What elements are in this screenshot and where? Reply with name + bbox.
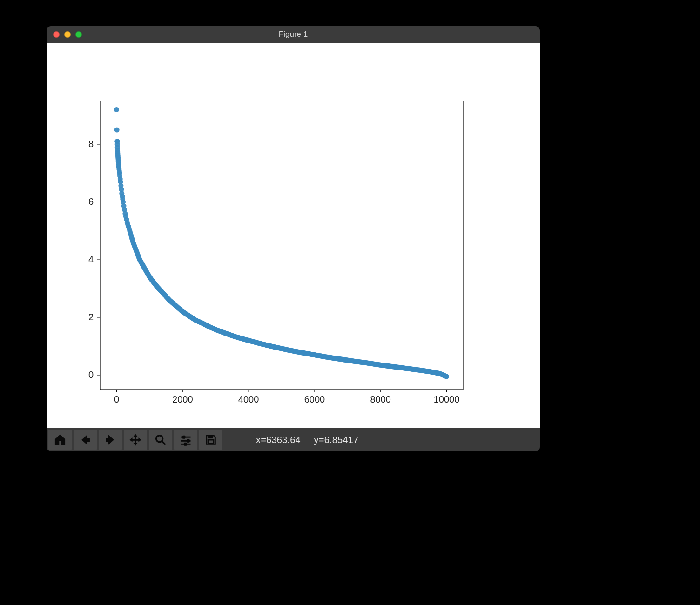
sliders-icon xyxy=(179,433,192,446)
fullscreen-icon[interactable] xyxy=(75,31,82,38)
svg-point-594 xyxy=(156,436,163,442)
svg-rect-597 xyxy=(182,436,185,438)
titlebar: Figure 1 xyxy=(47,26,540,43)
figure-window: Figure 1 020004000600080001000002468 xyxy=(47,26,540,451)
svg-point-24 xyxy=(114,128,120,133)
window-title: Figure 1 xyxy=(47,30,540,39)
cursor-position-readout: x=6363.64 y=6.85417 xyxy=(256,435,358,445)
zoom-button[interactable] xyxy=(149,430,172,450)
svg-text:6: 6 xyxy=(88,196,94,207)
pan-button[interactable] xyxy=(124,430,147,450)
configure-subplots-button[interactable] xyxy=(174,430,197,450)
navigation-toolbar: x=6363.64 y=6.85417 xyxy=(47,428,540,451)
move-icon xyxy=(129,433,142,446)
svg-line-595 xyxy=(162,442,166,445)
svg-text:2000: 2000 xyxy=(172,394,193,404)
home-button[interactable] xyxy=(48,430,72,450)
svg-rect-601 xyxy=(184,443,187,445)
svg-text:4: 4 xyxy=(88,254,94,264)
svg-text:8000: 8000 xyxy=(370,394,391,404)
save-button[interactable] xyxy=(199,430,222,450)
save-icon xyxy=(204,433,217,446)
svg-point-593 xyxy=(444,374,449,379)
svg-rect-599 xyxy=(187,439,189,442)
forward-button[interactable] xyxy=(99,430,122,450)
zoom-icon xyxy=(154,433,167,446)
svg-rect-603 xyxy=(208,440,214,444)
svg-text:0: 0 xyxy=(114,394,119,404)
svg-text:4000: 4000 xyxy=(238,394,259,404)
home-icon xyxy=(54,433,67,446)
svg-rect-602 xyxy=(208,436,212,438)
svg-text:0: 0 xyxy=(88,370,94,380)
back-button[interactable] xyxy=(74,430,97,450)
svg-text:6000: 6000 xyxy=(304,394,325,404)
svg-text:8: 8 xyxy=(88,139,94,149)
svg-text:2: 2 xyxy=(88,312,94,322)
plot-canvas[interactable]: 020004000600080001000002468 xyxy=(47,43,540,428)
arrow-right-icon xyxy=(104,433,117,446)
arrow-left-icon xyxy=(79,433,92,446)
svg-text:10000: 10000 xyxy=(434,394,460,404)
svg-point-23 xyxy=(114,107,119,112)
close-icon[interactable] xyxy=(53,31,60,38)
window-controls xyxy=(47,31,82,38)
minimize-icon[interactable] xyxy=(64,31,71,38)
scatter-plot: 020004000600080001000002468 xyxy=(47,43,540,428)
